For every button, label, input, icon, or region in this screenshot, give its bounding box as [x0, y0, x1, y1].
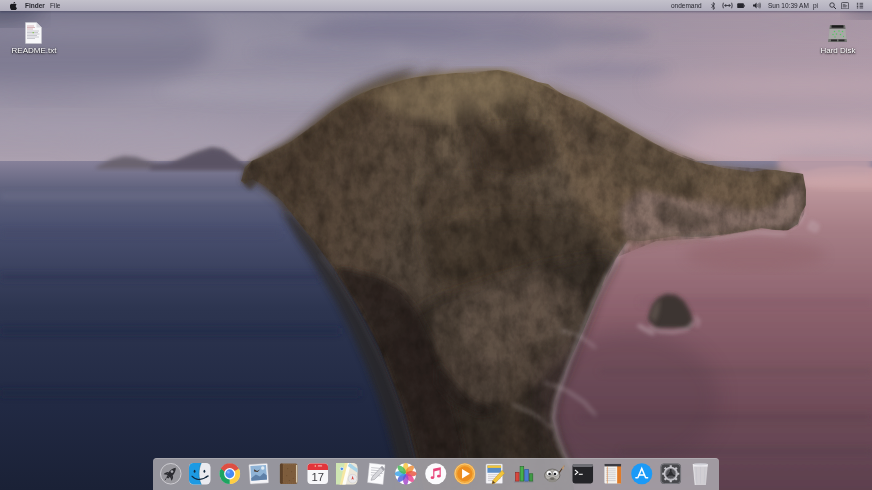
- svg-text:17: 17: [311, 471, 324, 483]
